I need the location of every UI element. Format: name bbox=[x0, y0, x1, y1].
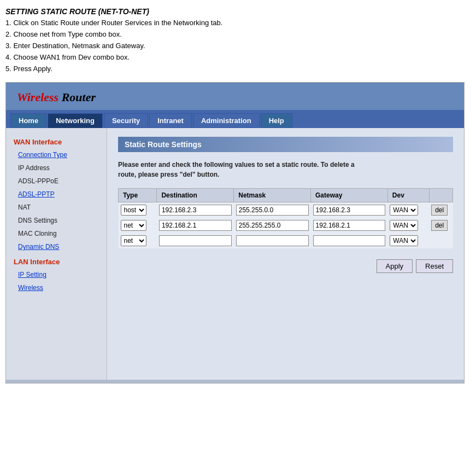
doc-title: SETTING STATIC ROUTE (NET-TO-NET) bbox=[5, 5, 471, 18]
destination-input-0[interactable] bbox=[159, 205, 232, 216]
table-header: Destination bbox=[157, 189, 234, 202]
nav-item-home[interactable]: Home bbox=[10, 113, 46, 128]
table-header: Netmask bbox=[234, 189, 311, 202]
main-content: WAN Interface Connection TypeIP AddressA… bbox=[6, 128, 464, 380]
table-header bbox=[429, 189, 453, 202]
router-title: Wireless Router bbox=[17, 90, 453, 104]
table-row: hostnetWANLANdel bbox=[119, 202, 453, 218]
content-area: Static Route Settings Please enter and c… bbox=[107, 128, 464, 380]
lan-interface-title: LAN Interface bbox=[6, 253, 107, 268]
section-title: Static Route Settings bbox=[118, 137, 453, 152]
sidebar-item-adsl-pppoe: ADSL-PPPoE bbox=[6, 175, 107, 188]
doc-step: 2. Choose net from Type combo box. bbox=[5, 29, 471, 40]
doc-step: 1. Click on Static Route under Router Se… bbox=[5, 18, 471, 29]
sidebar-item-mac-cloning: MAC Cloning bbox=[6, 227, 107, 240]
table-header: Type bbox=[119, 189, 157, 202]
nav-item-help[interactable]: Help bbox=[261, 113, 292, 128]
sidebar-item-connection-type[interactable]: Connection Type bbox=[6, 148, 107, 161]
dev-select-0[interactable]: WANLAN bbox=[390, 205, 418, 216]
sidebar-item-ip-address: IP Address bbox=[6, 161, 107, 175]
route-table: TypeDestinationNetmaskGatewayDev hostnet… bbox=[118, 188, 453, 248]
nav-item-networking[interactable]: Networking bbox=[48, 113, 103, 128]
bottom-bar bbox=[6, 380, 464, 383]
sidebar-item-ip-setting[interactable]: IP Setting bbox=[6, 268, 107, 281]
type-select-2[interactable]: hostnet bbox=[121, 235, 146, 246]
nav-bar: HomeNetworkingSecurityIntranetAdministra… bbox=[6, 110, 464, 128]
dev-select-1[interactable]: WANLAN bbox=[390, 220, 418, 231]
sidebar-item-dynamic-dns[interactable]: Dynamic DNS bbox=[6, 240, 107, 253]
del-button-1[interactable]: del bbox=[431, 220, 448, 231]
sidebar-item-dns-settings: DNS Settings bbox=[6, 214, 107, 227]
table-row: hostnetWANLANdel bbox=[119, 218, 453, 233]
document-text: SETTING STATIC ROUTE (NET-TO-NET) 1. Cli… bbox=[5, 5, 471, 74]
destination-input-2[interactable] bbox=[159, 235, 232, 246]
destination-input-1[interactable] bbox=[159, 220, 232, 231]
netmask-input-2[interactable] bbox=[236, 235, 309, 246]
wan-interface-title: WAN Interface bbox=[6, 133, 107, 148]
desc-line2: route, please press "del" button. bbox=[118, 171, 219, 178]
gateway-input-2[interactable] bbox=[313, 235, 386, 246]
doc-step: 3. Enter Destination, Netmask and Gatewa… bbox=[5, 40, 471, 52]
nav-item-administration[interactable]: Administration bbox=[193, 113, 260, 128]
dev-select-2[interactable]: WANLAN bbox=[390, 235, 418, 246]
table-header: Dev bbox=[387, 189, 429, 202]
table-row: hostnetWANLAN bbox=[119, 233, 453, 248]
type-select-0[interactable]: hostnet bbox=[121, 205, 146, 216]
title-wireless: Wireless bbox=[17, 90, 58, 104]
apply-button[interactable]: Apply bbox=[377, 259, 413, 273]
title-router: Router bbox=[58, 90, 96, 104]
sidebar-item-adsl-pptp[interactable]: ADSL-PPTP bbox=[6, 188, 107, 201]
netmask-input-0[interactable] bbox=[236, 205, 309, 216]
sidebar: WAN Interface Connection TypeIP AddressA… bbox=[6, 128, 107, 380]
sidebar-item-nat: NAT bbox=[6, 201, 107, 214]
description: Please enter and check the following val… bbox=[118, 160, 453, 179]
nav-item-intranet[interactable]: Intranet bbox=[149, 113, 192, 128]
gateway-input-1[interactable] bbox=[313, 220, 386, 231]
nav-item-security[interactable]: Security bbox=[104, 113, 148, 128]
doc-step: 5. Press Apply. bbox=[5, 63, 471, 75]
gateway-input-0[interactable] bbox=[313, 205, 386, 216]
desc-line1: Please enter and check the following val… bbox=[118, 161, 355, 169]
netmask-input-1[interactable] bbox=[236, 220, 309, 231]
router-box: Wireless Router HomeNetworkingSecurityIn… bbox=[5, 82, 465, 384]
reset-button[interactable]: Reset bbox=[416, 259, 453, 273]
router-header: Wireless Router bbox=[6, 83, 464, 110]
doc-step: 4. Choose WAN1 from Dev combo box. bbox=[5, 52, 471, 63]
type-select-1[interactable]: hostnet bbox=[121, 220, 146, 231]
table-header: Gateway bbox=[311, 189, 388, 202]
del-button-0[interactable]: del bbox=[431, 205, 448, 216]
sidebar-item-wireless[interactable]: Wireless bbox=[6, 281, 107, 294]
button-row: Apply Reset bbox=[118, 254, 453, 276]
